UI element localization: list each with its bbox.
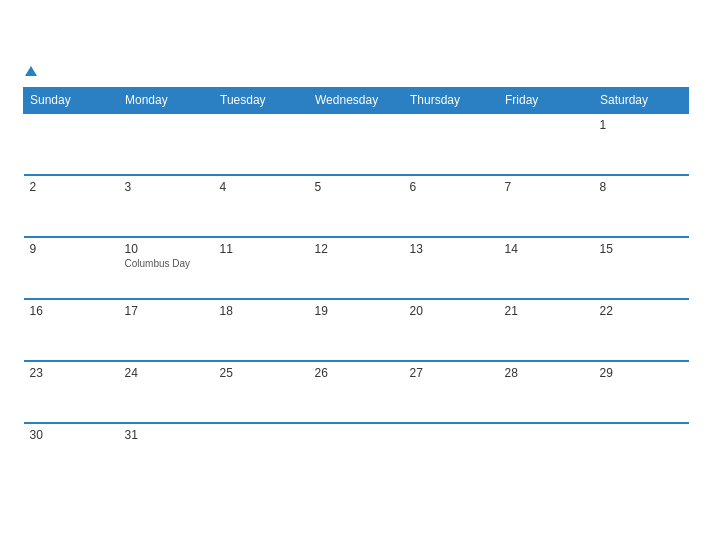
calendar-day-cell: 14 — [499, 237, 594, 299]
calendar-day-cell: 3 — [119, 175, 214, 237]
calendar-day-cell: 16 — [24, 299, 119, 361]
day-number: 19 — [315, 304, 398, 318]
day-number: 15 — [600, 242, 683, 256]
calendar-day-cell: 10Columbus Day — [119, 237, 214, 299]
day-number: 31 — [125, 428, 208, 442]
calendar-day-cell: 20 — [404, 299, 499, 361]
day-number: 11 — [220, 242, 303, 256]
calendar-day-cell — [214, 113, 309, 175]
calendar-header — [23, 63, 689, 79]
day-number: 9 — [30, 242, 113, 256]
day-number: 16 — [30, 304, 113, 318]
calendar-day-cell: 13 — [404, 237, 499, 299]
calendar-week-row: 23242526272829 — [24, 361, 689, 423]
logo-blue-row — [23, 63, 37, 79]
calendar-day-cell — [499, 113, 594, 175]
calendar-week-row: 16171819202122 — [24, 299, 689, 361]
weekday-header-friday: Friday — [499, 88, 594, 114]
weekday-header-thursday: Thursday — [404, 88, 499, 114]
weekday-header-sunday: Sunday — [24, 88, 119, 114]
day-number: 14 — [505, 242, 588, 256]
calendar-table: SundayMondayTuesdayWednesdayThursdayFrid… — [23, 87, 689, 485]
calendar-day-cell — [309, 113, 404, 175]
weekday-header-saturday: Saturday — [594, 88, 689, 114]
calendar-day-cell — [404, 113, 499, 175]
day-number: 10 — [125, 242, 208, 256]
calendar-day-cell: 4 — [214, 175, 309, 237]
calendar-day-cell: 25 — [214, 361, 309, 423]
calendar-day-cell: 28 — [499, 361, 594, 423]
calendar-day-cell — [404, 423, 499, 485]
calendar-day-cell: 23 — [24, 361, 119, 423]
calendar-day-cell: 21 — [499, 299, 594, 361]
day-number: 18 — [220, 304, 303, 318]
calendar-day-cell: 6 — [404, 175, 499, 237]
calendar-day-cell: 2 — [24, 175, 119, 237]
calendar-day-cell: 17 — [119, 299, 214, 361]
calendar-week-row: 3031 — [24, 423, 689, 485]
calendar-day-cell: 18 — [214, 299, 309, 361]
calendar-week-row: 1 — [24, 113, 689, 175]
day-number: 8 — [600, 180, 683, 194]
calendar-day-cell: 26 — [309, 361, 404, 423]
calendar-day-cell: 7 — [499, 175, 594, 237]
day-number: 26 — [315, 366, 398, 380]
day-number: 5 — [315, 180, 398, 194]
event-label: Columbus Day — [125, 258, 208, 269]
calendar-day-cell: 12 — [309, 237, 404, 299]
day-number: 29 — [600, 366, 683, 380]
day-number: 7 — [505, 180, 588, 194]
weekday-header-tuesday: Tuesday — [214, 88, 309, 114]
logo-triangle-icon — [25, 66, 37, 76]
day-number: 4 — [220, 180, 303, 194]
calendar-day-cell: 1 — [594, 113, 689, 175]
day-number: 17 — [125, 304, 208, 318]
calendar-day-cell: 5 — [309, 175, 404, 237]
calendar-wrapper: SundayMondayTuesdayWednesdayThursdayFrid… — [11, 53, 701, 497]
calendar-day-cell: 11 — [214, 237, 309, 299]
day-number: 30 — [30, 428, 113, 442]
day-number: 2 — [30, 180, 113, 194]
calendar-day-cell: 9 — [24, 237, 119, 299]
day-number: 22 — [600, 304, 683, 318]
calendar-day-cell — [309, 423, 404, 485]
weekday-header-wednesday: Wednesday — [309, 88, 404, 114]
day-number: 3 — [125, 180, 208, 194]
day-number: 20 — [410, 304, 493, 318]
day-number: 12 — [315, 242, 398, 256]
calendar-day-cell: 19 — [309, 299, 404, 361]
calendar-day-cell — [24, 113, 119, 175]
calendar-day-cell — [214, 423, 309, 485]
calendar-day-cell: 29 — [594, 361, 689, 423]
logo — [23, 63, 37, 79]
day-number: 28 — [505, 366, 588, 380]
day-number: 25 — [220, 366, 303, 380]
calendar-day-cell — [594, 423, 689, 485]
weekday-header-monday: Monday — [119, 88, 214, 114]
calendar-day-cell: 22 — [594, 299, 689, 361]
day-number: 23 — [30, 366, 113, 380]
weekday-header-row: SundayMondayTuesdayWednesdayThursdayFrid… — [24, 88, 689, 114]
day-number: 6 — [410, 180, 493, 194]
calendar-week-row: 910Columbus Day1112131415 — [24, 237, 689, 299]
calendar-day-cell: 24 — [119, 361, 214, 423]
day-number: 13 — [410, 242, 493, 256]
calendar-day-cell: 15 — [594, 237, 689, 299]
calendar-day-cell: 30 — [24, 423, 119, 485]
day-number: 27 — [410, 366, 493, 380]
calendar-week-row: 2345678 — [24, 175, 689, 237]
calendar-day-cell: 31 — [119, 423, 214, 485]
day-number: 1 — [600, 118, 683, 132]
day-number: 24 — [125, 366, 208, 380]
calendar-day-cell: 27 — [404, 361, 499, 423]
calendar-day-cell: 8 — [594, 175, 689, 237]
calendar-day-cell — [499, 423, 594, 485]
calendar-day-cell — [119, 113, 214, 175]
day-number: 21 — [505, 304, 588, 318]
